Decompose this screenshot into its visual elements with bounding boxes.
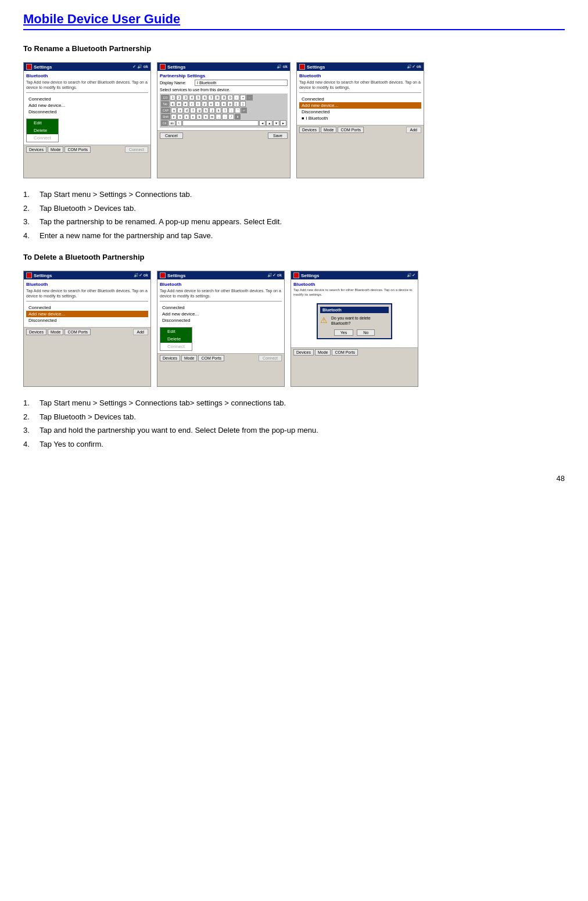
list-item[interactable]: Disconnected — [299, 109, 421, 115]
kb-2[interactable]: 2 — [176, 95, 182, 100]
tab-com-ports[interactable]: COM Ports — [64, 146, 91, 153]
tab-mode[interactable]: Mode — [315, 349, 331, 356]
kb-shift-r[interactable]: ⬆ — [235, 114, 241, 120]
kb-au[interactable]: áü — [168, 120, 175, 126]
display-name-input[interactable] — [195, 80, 288, 86]
kb-down[interactable]: ▼ — [273, 120, 279, 126]
kb-up[interactable]: ▲ — [266, 120, 273, 126]
kb-r[interactable]: r — [189, 101, 195, 107]
kb-u[interactable]: u — [208, 101, 214, 107]
kb-v[interactable]: v — [190, 114, 196, 120]
kb-cap[interactable]: CAP — [161, 107, 170, 113]
kb-j[interactable]: j — [209, 107, 215, 113]
menu-item-connect[interactable]: Connect — [27, 134, 58, 142]
list-item[interactable]: ■ I Bluetooth — [299, 115, 421, 121]
kb-g[interactable]: g — [196, 107, 202, 113]
tab-mode[interactable]: Mode — [48, 146, 64, 153]
no-button[interactable]: No — [357, 329, 375, 336]
kb-left[interactable]: ◄ — [259, 120, 266, 126]
kb-0[interactable]: 0 — [227, 95, 233, 100]
kb-semi[interactable]: ; — [228, 107, 234, 113]
kb-1[interactable]: 1 — [170, 95, 175, 100]
kb-rbr[interactable]: ] — [240, 101, 246, 107]
list-item[interactable]: Disconnected — [160, 317, 282, 324]
kb-o[interactable]: o — [221, 101, 227, 107]
kb-tab[interactable]: Tab — [161, 101, 169, 107]
tab-devices[interactable]: Devices — [299, 127, 320, 133]
save-button[interactable]: Save — [268, 132, 288, 139]
kb-8[interactable]: 8 — [214, 95, 220, 100]
yes-button[interactable]: Yes — [334, 329, 353, 336]
add-button[interactable]: Add — [406, 127, 421, 133]
list-item-add-new[interactable]: Add new device... — [299, 102, 421, 109]
tab-devices[interactable]: Devices — [26, 329, 46, 335]
list-item[interactable]: Connected — [26, 304, 148, 311]
kb-m[interactable]: m — [209, 114, 215, 120]
tab-mode[interactable]: Mode — [181, 355, 198, 361]
kb-e[interactable]: e — [182, 101, 188, 107]
kb-eq[interactable]: = — [240, 95, 246, 100]
kb-d[interactable]: d — [184, 107, 189, 113]
cancel-button[interactable]: Cancel — [160, 132, 183, 139]
add-button[interactable]: Add — [133, 329, 148, 335]
kb-h[interactable]: h — [203, 107, 209, 113]
kb-p[interactable]: p — [227, 101, 233, 107]
menu-item-edit[interactable]: Edit — [27, 119, 58, 127]
kb-y[interactable]: y — [202, 101, 207, 107]
kb-bkslash[interactable]: \ — [176, 120, 182, 126]
list-item-add-new[interactable]: Add new device... — [26, 311, 148, 317]
kb-period[interactable]: . — [222, 114, 228, 120]
list-item[interactable] — [26, 115, 148, 116]
kb-i[interactable]: i — [214, 101, 220, 107]
list-item[interactable]: Disconnected — [26, 109, 148, 115]
kb-ctrl[interactable]: Ctl — [161, 120, 168, 126]
tab-com-ports[interactable]: COM Ports — [198, 355, 224, 361]
kb-a[interactable]: a — [171, 107, 177, 113]
kb-enter[interactable]: ↵ — [241, 107, 247, 113]
tab-mode[interactable]: Mode — [321, 127, 337, 133]
list-item[interactable]: Connected — [160, 304, 282, 311]
kb-4[interactable]: 4 — [189, 95, 195, 100]
list-item[interactable]: Add new device... — [160, 311, 282, 317]
kb-s[interactable]: s — [177, 107, 183, 113]
tab-devices[interactable]: Devices — [293, 349, 314, 356]
kb-l[interactable]: l — [222, 107, 228, 113]
kb-slash[interactable]: / — [228, 114, 234, 120]
kb-5[interactable]: 5 — [195, 95, 201, 100]
kb-123[interactable]: 123 — [161, 95, 169, 100]
kb-w[interactable]: w — [176, 101, 182, 107]
menu-item-edit[interactable]: Edit — [160, 328, 192, 335]
kb-q[interactable]: q — [170, 101, 175, 107]
tab-com-ports[interactable]: COM Ports — [338, 127, 364, 133]
connect-button[interactable]: Connect — [125, 146, 148, 153]
kb-shift[interactable]: Shift — [161, 114, 170, 120]
kb-6[interactable]: 6 — [202, 95, 207, 100]
kb-apos[interactable]: ' — [235, 107, 241, 113]
list-item[interactable] — [160, 324, 282, 325]
kb-b[interactable]: b — [196, 114, 202, 120]
menu-item-connect[interactable]: Connect — [160, 343, 192, 350]
menu-item-delete[interactable]: Delete — [160, 335, 192, 343]
connect-button[interactable]: Connect — [259, 355, 282, 361]
kb-t[interactable]: t — [195, 101, 201, 107]
kb-n[interactable]: n — [203, 114, 209, 120]
tab-mode[interactable]: Mode — [48, 329, 64, 335]
kb-bksp[interactable]: ← — [246, 95, 253, 100]
list-item[interactable]: Disconnected — [26, 317, 148, 324]
kb-3[interactable]: 3 — [182, 95, 188, 100]
tab-devices[interactable]: Devices — [160, 355, 180, 361]
list-item[interactable]: Connected — [299, 96, 421, 102]
kb-dash[interactable]: - — [234, 95, 239, 100]
kb-x[interactable]: x — [177, 114, 183, 120]
tab-com-ports[interactable]: COM Ports — [64, 329, 91, 335]
kb-comma[interactable]: , — [216, 114, 221, 120]
kb-9[interactable]: 9 — [221, 95, 227, 100]
kb-7[interactable]: 7 — [208, 95, 214, 100]
kb-right[interactable]: ► — [280, 120, 286, 126]
tab-devices[interactable]: Devices — [26, 146, 46, 153]
kb-k[interactable]: k — [216, 107, 221, 113]
kb-space[interactable] — [182, 120, 259, 126]
kb-c[interactable]: c — [184, 114, 189, 120]
kb-lbr[interactable]: [ — [234, 101, 239, 107]
list-item[interactable]: Connected — [26, 96, 148, 102]
